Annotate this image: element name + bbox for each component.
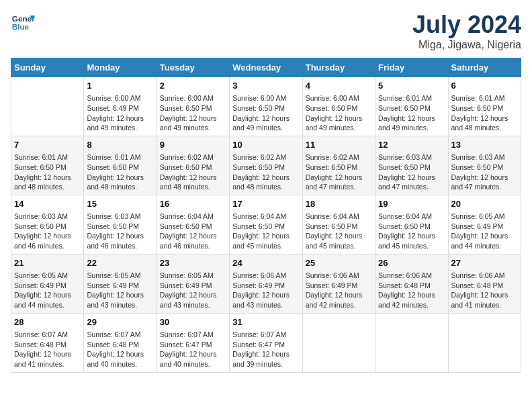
- daylight-text: Daylight: 12 hours and 47 minutes.: [451, 173, 508, 191]
- sunrise-text: Sunrise: 6:04 AM: [232, 212, 286, 220]
- day-number: 23: [160, 257, 226, 269]
- calendar-cell: 29Sunrise: 6:07 AMSunset: 6:48 PMDayligh…: [84, 313, 157, 372]
- day-number: 31: [232, 316, 299, 328]
- daylight-text: Daylight: 12 hours and 42 minutes.: [306, 291, 363, 309]
- sunset-text: Sunset: 6:50 PM: [160, 104, 212, 112]
- calendar-cell: 15Sunrise: 6:03 AMSunset: 6:50 PMDayligh…: [84, 195, 157, 254]
- sunset-text: Sunset: 6:48 PM: [378, 281, 431, 289]
- sunset-text: Sunset: 6:48 PM: [451, 281, 504, 289]
- day-number: 26: [378, 257, 445, 269]
- sunset-text: Sunset: 6:49 PM: [160, 281, 212, 289]
- logo: General Blue: [11, 11, 35, 35]
- sunrise-text: Sunrise: 6:02 AM: [306, 153, 359, 161]
- sunset-text: Sunset: 6:50 PM: [378, 104, 431, 112]
- sunset-text: Sunset: 6:49 PM: [451, 222, 504, 230]
- header-cell-monday: Monday: [84, 58, 157, 77]
- week-row-5: 28Sunrise: 6:07 AMSunset: 6:48 PMDayligh…: [11, 313, 521, 372]
- calendar-cell: 13Sunrise: 6:03 AMSunset: 6:50 PMDayligh…: [448, 136, 521, 195]
- sunrise-text: Sunrise: 6:05 AM: [160, 271, 214, 279]
- page-header: General Blue July 2024 Miga, Jigawa, Nig…: [11, 11, 521, 51]
- calendar-cell: 27Sunrise: 6:06 AMSunset: 6:48 PMDayligh…: [448, 254, 521, 313]
- calendar-cell: 5Sunrise: 6:01 AMSunset: 6:50 PMDaylight…: [375, 77, 448, 136]
- sunset-text: Sunset: 6:49 PM: [306, 281, 358, 289]
- sunrise-text: Sunrise: 6:07 AM: [232, 330, 286, 338]
- calendar-cell: [375, 313, 448, 372]
- daylight-text: Daylight: 12 hours and 49 minutes.: [87, 114, 144, 132]
- sunrise-text: Sunrise: 6:02 AM: [232, 153, 286, 161]
- header-cell-sunday: Sunday: [11, 58, 84, 77]
- calendar-cell: 10Sunrise: 6:02 AMSunset: 6:50 PMDayligh…: [230, 136, 302, 195]
- day-number: 5: [378, 80, 445, 92]
- day-number: 4: [306, 80, 372, 92]
- day-number: 8: [87, 139, 153, 151]
- calendar-cell: 16Sunrise: 6:04 AMSunset: 6:50 PMDayligh…: [157, 195, 229, 254]
- daylight-text: Daylight: 12 hours and 48 minutes.: [14, 173, 71, 191]
- sunset-text: Sunset: 6:50 PM: [14, 163, 66, 171]
- sunrise-text: Sunrise: 6:07 AM: [87, 330, 140, 338]
- sunrise-text: Sunrise: 6:02 AM: [160, 153, 214, 161]
- day-number: 20: [451, 198, 518, 210]
- svg-text:Blue: Blue: [12, 22, 30, 31]
- title-block: July 2024 Miga, Jigawa, Nigeria: [412, 11, 521, 51]
- day-number: 16: [160, 198, 226, 210]
- calendar-cell: [302, 313, 375, 372]
- calendar-cell: 11Sunrise: 6:02 AMSunset: 6:50 PMDayligh…: [302, 136, 375, 195]
- sunrise-text: Sunrise: 6:06 AM: [451, 271, 505, 279]
- calendar-cell: 26Sunrise: 6:06 AMSunset: 6:48 PMDayligh…: [375, 254, 448, 313]
- daylight-text: Daylight: 12 hours and 46 minutes.: [160, 232, 217, 250]
- day-number: 29: [87, 316, 153, 328]
- header-cell-friday: Friday: [375, 58, 448, 77]
- calendar-cell: 6Sunrise: 6:01 AMSunset: 6:50 PMDaylight…: [448, 77, 521, 136]
- daylight-text: Daylight: 12 hours and 49 minutes.: [160, 114, 217, 132]
- sunset-text: Sunset: 6:50 PM: [232, 104, 285, 112]
- day-number: 3: [232, 80, 299, 92]
- day-number: 2: [160, 80, 226, 92]
- sunrise-text: Sunrise: 6:01 AM: [87, 153, 140, 161]
- sunset-text: Sunset: 6:50 PM: [306, 222, 358, 230]
- calendar-cell: 31Sunrise: 6:07 AMSunset: 6:47 PMDayligh…: [230, 313, 302, 372]
- main-title: July 2024: [412, 11, 521, 39]
- sunrise-text: Sunrise: 6:03 AM: [14, 212, 68, 220]
- calendar-cell: 1Sunrise: 6:00 AMSunset: 6:49 PMDaylight…: [84, 77, 157, 136]
- sunset-text: Sunset: 6:50 PM: [306, 104, 358, 112]
- calendar-cell: 17Sunrise: 6:04 AMSunset: 6:50 PMDayligh…: [230, 195, 302, 254]
- calendar-cell: 28Sunrise: 6:07 AMSunset: 6:48 PMDayligh…: [11, 313, 84, 372]
- daylight-text: Daylight: 12 hours and 42 minutes.: [378, 291, 435, 309]
- week-row-4: 21Sunrise: 6:05 AMSunset: 6:49 PMDayligh…: [11, 254, 521, 313]
- daylight-text: Daylight: 12 hours and 41 minutes.: [14, 350, 71, 368]
- day-number: 13: [451, 139, 518, 151]
- daylight-text: Daylight: 12 hours and 43 minutes.: [160, 291, 217, 309]
- daylight-text: Daylight: 12 hours and 48 minutes.: [451, 114, 508, 132]
- daylight-text: Daylight: 12 hours and 49 minutes.: [378, 114, 435, 132]
- sunrise-text: Sunrise: 6:07 AM: [160, 330, 214, 338]
- sunrise-text: Sunrise: 6:04 AM: [160, 212, 214, 220]
- calendar-cell: 19Sunrise: 6:04 AMSunset: 6:50 PMDayligh…: [375, 195, 448, 254]
- calendar-cell: 24Sunrise: 6:06 AMSunset: 6:49 PMDayligh…: [230, 254, 302, 313]
- sunrise-text: Sunrise: 6:07 AM: [14, 330, 68, 338]
- day-number: 11: [306, 139, 372, 151]
- daylight-text: Daylight: 12 hours and 49 minutes.: [306, 114, 363, 132]
- calendar-cell: 2Sunrise: 6:00 AMSunset: 6:50 PMDaylight…: [157, 77, 229, 136]
- sunset-text: Sunset: 6:49 PM: [87, 104, 139, 112]
- day-number: 15: [87, 198, 153, 210]
- daylight-text: Daylight: 12 hours and 46 minutes.: [87, 232, 144, 250]
- daylight-text: Daylight: 12 hours and 45 minutes.: [232, 232, 290, 250]
- day-number: 1: [87, 80, 153, 92]
- sunset-text: Sunset: 6:47 PM: [232, 340, 285, 349]
- calendar-cell: 18Sunrise: 6:04 AMSunset: 6:50 PMDayligh…: [302, 195, 375, 254]
- sunrise-text: Sunrise: 6:05 AM: [87, 271, 140, 279]
- day-number: 21: [14, 257, 81, 269]
- daylight-text: Daylight: 12 hours and 40 minutes.: [87, 350, 144, 368]
- sunset-text: Sunset: 6:50 PM: [160, 163, 212, 171]
- calendar-cell: 22Sunrise: 6:05 AMSunset: 6:49 PMDayligh…: [84, 254, 157, 313]
- sunset-text: Sunset: 6:50 PM: [306, 163, 358, 171]
- sunrise-text: Sunrise: 6:03 AM: [378, 153, 432, 161]
- calendar-cell: 3Sunrise: 6:00 AMSunset: 6:50 PMDaylight…: [230, 77, 302, 136]
- daylight-text: Daylight: 12 hours and 48 minutes.: [87, 173, 144, 191]
- day-number: 9: [160, 139, 226, 151]
- day-number: 24: [232, 257, 299, 269]
- sunrise-text: Sunrise: 6:01 AM: [451, 94, 505, 102]
- day-number: 17: [232, 198, 299, 210]
- daylight-text: Daylight: 12 hours and 40 minutes.: [160, 350, 217, 368]
- daylight-text: Daylight: 12 hours and 45 minutes.: [378, 232, 435, 250]
